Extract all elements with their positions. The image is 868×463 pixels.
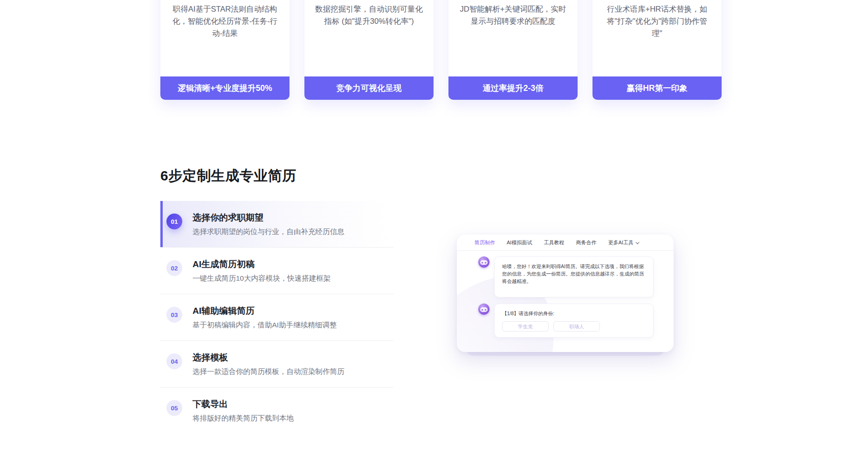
step-texts: AI生成简历初稿 一键生成简历10大内容模块，快速搭建框架	[193, 258, 331, 283]
section-title: 6步定制生成专业简历	[160, 166, 722, 186]
step-title: 下载导出	[193, 398, 294, 410]
step-description: 选择一款适合你的简历模板，自动渲染制作简历	[193, 367, 344, 377]
feature-card-star: 职得AI基于STAR法则自动结构化，智能优化经历背景-任务-行动-结果 逻辑清晰…	[160, 0, 289, 100]
chat-message: 【1/8】请选择你的身份: 学生党 职场人	[478, 304, 674, 338]
step-description: 基于初稿编辑内容，借助AI助手继续精细调整	[193, 320, 337, 330]
mockup-chat-area: 哈喽，您好！欢迎来到职得AI简历。请完成以下选项，我们将根据您的信息，为您生成一…	[457, 251, 674, 352]
chevron-down-icon	[635, 240, 639, 244]
step-texts: 选择你的求职期望 选择求职期望的岗位与行业，自由补充经历信息	[193, 212, 344, 237]
feature-card-description: 行业术语库+HR话术替换，如将"打杂"优化为"跨部门协作管理"	[592, 0, 722, 39]
feature-card-data-mining: 数据挖掘引擎，自动识别可量化指标 (如"提升30%转化率") 竞争力可视化呈现	[304, 0, 434, 100]
tab-more-ai-tools[interactable]: 更多AI工具	[608, 239, 638, 246]
step-item-02[interactable]: 02 AI生成简历初稿 一键生成简历10大内容模块，快速搭建框架	[160, 248, 393, 294]
step-description: 选择求职期望的岗位与行业，自由补充经历信息	[193, 227, 344, 237]
steps-list: 01 选择你的求职期望 选择求职期望的岗位与行业，自由补充经历信息 02 AI生…	[160, 201, 393, 434]
mockup-column: 简历制作 AI模拟面试 工具教程 商务合作 更多AI工具 哈喽，您好！欢迎来到职…	[457, 201, 674, 352]
step-item-04[interactable]: 04 选择模板 选择一款适合你的简历模板，自动渲染制作简历	[160, 341, 393, 387]
step-number-badge: 04	[166, 353, 182, 369]
option-professional-button[interactable]: 职场人	[553, 321, 600, 332]
step-title: 选择模板	[193, 352, 344, 364]
chat-bubble-welcome: 哈喽，您好！欢迎来到职得AI简历。请完成以下选项，我们将根据您的信息，为您生成一…	[494, 256, 654, 297]
feature-card-description: 职得AI基于STAR法则自动结构化，智能优化经历背景-任务-行动-结果	[160, 0, 289, 39]
feature-card-description: JD智能解析+关键词匹配，实时显示与招聘要求的匹配度	[448, 0, 578, 27]
step-number-badge: 02	[166, 260, 182, 276]
step-description: 将排版好的精美简历下载到本地	[193, 414, 294, 423]
chat-bubble-question: 【1/8】请选择你的身份: 学生党 职场人	[494, 304, 654, 338]
step-texts: 下载导出 将排版好的精美简历下载到本地	[193, 398, 294, 423]
identity-options: 学生党 职场人	[502, 321, 646, 332]
steps-section: 6步定制生成专业简历 01 选择你的求职期望 选择求职期望的岗位与行业，自由补充…	[160, 166, 722, 434]
tab-tool-tutorials[interactable]: 工具教程	[544, 239, 564, 246]
step-item-03[interactable]: 03 AI辅助编辑简历 基于初稿编辑内容，借助AI助手继续精细调整	[160, 294, 393, 341]
step-description: 一键生成简历10大内容模块，快速搭建框架	[193, 274, 331, 283]
feature-card-badge-button[interactable]: 逻辑清晰+专业度提升50%	[160, 76, 289, 100]
step-number-badge: 01	[166, 214, 182, 229]
step-texts: 选择模板 选择一款适合你的简历模板，自动渲染制作简历	[193, 352, 344, 377]
mockup-nav-bar: 简历制作 AI模拟面试 工具教程 商务合作 更多AI工具	[457, 235, 674, 251]
feature-cards-row: 职得AI基于STAR法则自动结构化，智能优化经历背景-任务-行动-结果 逻辑清晰…	[160, 0, 722, 100]
tab-ai-mock-interview[interactable]: AI模拟面试	[507, 239, 532, 246]
tab-business-cooperation[interactable]: 商务合作	[576, 239, 596, 246]
feature-card-hr-terms: 行业术语库+HR话术替换，如将"打杂"优化为"跨部门协作管理" 赢得HR第一印象	[592, 0, 722, 100]
chat-question-text: 【1/8】请选择你的身份:	[502, 310, 646, 317]
feature-card-description: 数据挖掘引擎，自动识别可量化指标 (如"提升30%转化率")	[304, 0, 434, 27]
app-preview-window: 简历制作 AI模拟面试 工具教程 商务合作 更多AI工具 哈喽，您好！欢迎来到职…	[457, 235, 674, 352]
step-title: AI生成简历初稿	[193, 258, 331, 270]
robot-avatar-icon	[478, 304, 489, 315]
steps-row: 01 选择你的求职期望 选择求职期望的岗位与行业，自由补充经历信息 02 AI生…	[160, 201, 722, 434]
feature-card-badge-button[interactable]: 通过率提升2-3倍	[448, 76, 578, 100]
tab-more-ai-tools-label: 更多AI工具	[608, 240, 633, 245]
step-number-badge: 05	[166, 400, 182, 416]
step-item-05[interactable]: 05 下载导出 将排版好的精美简历下载到本地	[160, 387, 393, 434]
feature-card-badge-button[interactable]: 竞争力可视化呈现	[304, 76, 434, 100]
robot-avatar-icon	[478, 256, 489, 268]
option-student-button[interactable]: 学生党	[502, 321, 549, 332]
feature-cards-section: 职得AI基于STAR法则自动结构化，智能优化经历背景-任务-行动-结果 逻辑清晰…	[160, 0, 722, 100]
step-texts: AI辅助编辑简历 基于初稿编辑内容，借助AI助手继续精细调整	[193, 305, 337, 330]
tab-resume-builder[interactable]: 简历制作	[475, 239, 495, 246]
step-number-badge: 03	[166, 307, 182, 323]
feature-card-badge-button[interactable]: 赢得HR第一印象	[592, 76, 722, 100]
step-title: AI辅助编辑简历	[193, 305, 337, 317]
chat-message: 哈喽，您好！欢迎来到职得AI简历。请完成以下选项，我们将根据您的信息，为您生成一…	[478, 256, 674, 297]
feature-card-jd-match: JD智能解析+关键词匹配，实时显示与招聘要求的匹配度 通过率提升2-3倍	[448, 0, 578, 100]
step-title: 选择你的求职期望	[193, 212, 344, 224]
step-item-01[interactable]: 01 选择你的求职期望 选择求职期望的岗位与行业，自由补充经历信息	[160, 201, 393, 248]
